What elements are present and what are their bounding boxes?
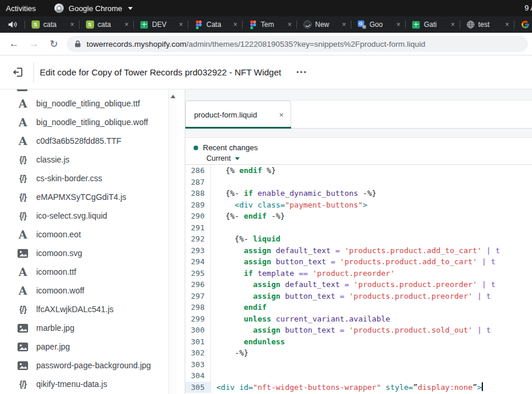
code-file-icon: {/} <box>17 174 29 183</box>
sidebar-file-item[interactable]: icomoon.svg <box>0 244 185 262</box>
sidebar-file-item[interactable]: password-page-background.jpg <box>0 356 185 375</box>
code-line: 292 {%- liquid <box>185 233 532 245</box>
sidebar-file-item[interactable]: {/}ico-select.svg.liquid <box>0 206 185 225</box>
code-file-icon: {/} <box>17 192 29 202</box>
reload-button[interactable]: ↻ <box>47 37 61 51</box>
line-number: 291 <box>185 222 211 234</box>
sidebar-file-item[interactable]: marble.jpg <box>0 319 185 337</box>
sidebar-file-item[interactable]: {/}classie.js <box>0 150 185 169</box>
image-file-icon <box>17 361 29 370</box>
font-file-icon: A <box>17 229 29 240</box>
file-sidebar: Abig_noodle_titling_oblique.ttfAbig_nood… <box>0 89 185 394</box>
clock-text[interactable]: 9 A <box>524 4 532 12</box>
line-number: 289 <box>185 199 211 211</box>
editor-tab-product-form[interactable]: product-form.liquid × <box>185 101 291 128</box>
page-title: Edit code for Copy of Tower Records prd0… <box>40 67 281 77</box>
editor-tab-close-icon[interactable]: × <box>279 110 284 119</box>
file-name: icomoon.woff <box>36 286 84 295</box>
file-name: lfcAXLwjkDALc541.js <box>36 305 113 314</box>
browser-tab[interactable]: Tem× <box>242 16 296 33</box>
forward-button[interactable]: → <box>27 37 41 51</box>
code-text: assign button_text = 'products.product.p… <box>211 291 491 302</box>
sidebar-file-item[interactable]: {/}eMAPMXSyTCgGdiT4.js <box>0 188 185 206</box>
file-name: c0df3a6b528fdd85.TTF <box>36 136 122 146</box>
sidebar-scrollbar[interactable] <box>168 89 177 394</box>
code-line: 288 {%- if enable_dynamic_buttons -%} <box>185 188 532 199</box>
file-name: qikify-tmenu-data.js <box>36 379 107 389</box>
code-text: -%} <box>211 347 248 359</box>
code-text: assign default_text = 'products.product.… <box>211 245 500 257</box>
browser-tab[interactable]: Scata× <box>25 16 79 33</box>
line-number: 294 <box>185 256 211 268</box>
sidebar-file-item[interactable]: Aicomoon.woff <box>0 281 185 300</box>
code-line: 293 assign default_text = 'products.prod… <box>185 245 532 257</box>
code-text: {%- if enable_dynamic_buttons -%} <box>211 188 376 199</box>
speaker-icon <box>8 20 18 29</box>
code-text: <div class="payment-buttons"> <box>211 199 367 211</box>
tab-close-icon[interactable]: × <box>451 20 455 29</box>
tab-close-icon[interactable]: × <box>179 20 183 29</box>
line-number: 288 <box>185 188 211 199</box>
tab-close-icon[interactable]: × <box>288 20 292 29</box>
browser-tab[interactable]: test× <box>460 16 514 33</box>
screen: Activities Google Chrome 9 A Scata×Scata… <box>0 0 532 394</box>
browser-tab[interactable]: Scata× <box>79 16 133 33</box>
content: Abig_noodle_titling_oblique.ttfAbig_nood… <box>0 89 532 394</box>
line-number: 293 <box>185 245 211 257</box>
back-button[interactable]: ← <box>7 37 21 51</box>
tab-close-icon[interactable]: × <box>505 20 509 29</box>
sidebar-file-item[interactable]: Aicomoon.ttf <box>0 262 185 281</box>
browser-tab[interactable]: Gati× <box>405 16 460 33</box>
tab-close-icon[interactable]: × <box>342 20 346 29</box>
line-number: 299 <box>185 313 211 325</box>
code-line: 296 assign default_text = 'products.prod… <box>185 279 532 291</box>
header-divider <box>33 62 34 83</box>
tab-close-icon[interactable]: × <box>70 20 74 29</box>
app-menu[interactable]: Google Chrome <box>54 4 133 13</box>
line-number: 305 <box>185 382 211 393</box>
tab-close-icon[interactable]: × <box>233 20 237 29</box>
browser-tab[interactable]: Cata× <box>188 16 242 33</box>
code-area[interactable]: 286 {% endif %}287288 {%- if enable_dyna… <box>185 165 532 394</box>
version-dropdown[interactable]: Current <box>206 153 532 164</box>
sidebar-file-item[interactable]: Ac0df3a6b528fdd85.TTF <box>0 132 185 150</box>
more-actions-button[interactable]: ••• <box>296 68 308 77</box>
tab-audio-indicator[interactable] <box>0 16 25 33</box>
image-file-icon <box>17 343 29 351</box>
browser-tab-label: test <box>478 20 502 29</box>
sidebar-file-item[interactable]: paper.jpg <box>0 337 185 356</box>
tab-close-icon[interactable]: × <box>396 20 400 29</box>
admin-header: Edit code for Copy of Tower Records prd0… <box>0 56 532 89</box>
url-text: towerrecords.myshopify.com/admin/themes/… <box>87 40 425 49</box>
browser-tab-partial[interactable] <box>514 16 530 33</box>
sidebar-file-item[interactable]: {/}cs-skin-border.css <box>0 169 185 188</box>
browser-tab[interactable]: GGoo× <box>351 16 405 33</box>
clipped-file-icon <box>17 89 27 91</box>
browser-tab[interactable]: New× <box>296 16 351 33</box>
sidebar-file-item[interactable]: Aicomoon.eot <box>0 225 185 244</box>
browser-tab-label: cata <box>43 20 67 29</box>
activities-button[interactable]: Activities <box>6 4 36 13</box>
browser-tab[interactable]: DEV× <box>133 16 188 33</box>
sidebar-file-item[interactable]: {/}lfcAXLwjkDALc541.js <box>0 300 185 319</box>
file-name: big_noodle_titling_oblique.ttf <box>36 99 140 108</box>
line-number: 292 <box>185 233 211 245</box>
sidebar-file-item[interactable]: {/}qikify-tmenu-data.js <box>0 375 185 393</box>
browser-tab-label: cata <box>98 20 121 29</box>
line-number: 297 <box>185 291 211 302</box>
code-text: assign button_text = 'products.product.s… <box>211 324 491 336</box>
address-bar[interactable]: towerrecords.myshopify.com/admin/themes/… <box>67 36 528 52</box>
code-file-icon: {/} <box>17 305 29 314</box>
tab-close-icon[interactable]: × <box>125 20 129 29</box>
exit-code-editor-button[interactable] <box>11 65 25 80</box>
sidebar-file-item[interactable]: Abig_noodle_titling_oblique.woff <box>0 113 185 132</box>
file-name: password-page-background.jpg <box>36 361 151 370</box>
url-path: /admin/themes/122208190535?key=snippets%… <box>186 40 426 49</box>
sheets-icon <box>412 20 420 29</box>
scroll-up-arrow-icon[interactable] <box>171 95 175 98</box>
code-line: 291 <box>185 222 532 234</box>
translate-icon: G <box>357 20 366 29</box>
file-name: eMAPMXSyTCgGdiT4.js <box>36 192 126 202</box>
sidebar-file-item[interactable]: Abig_noodle_titling_oblique.ttf <box>0 94 185 113</box>
sheets-icon <box>140 20 148 29</box>
